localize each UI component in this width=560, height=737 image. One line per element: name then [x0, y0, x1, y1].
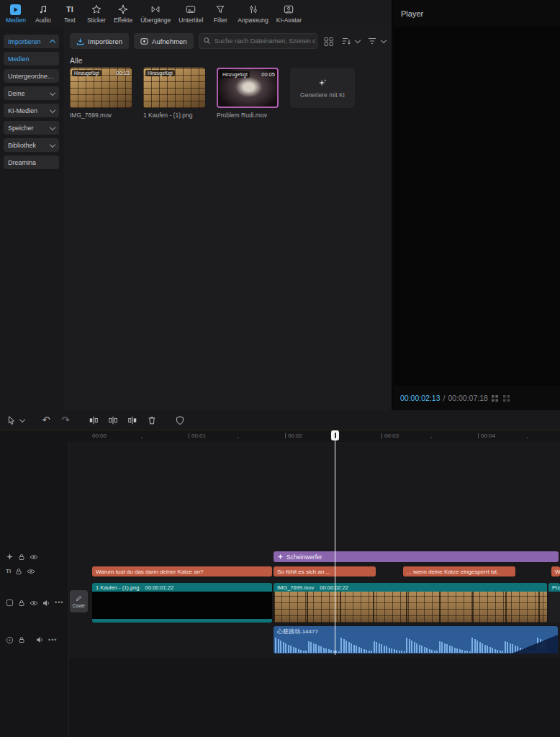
sidebar-item-speicher[interactable]: Speicher	[4, 121, 59, 135]
tab-untertitel[interactable]: Untertitel	[179, 4, 203, 24]
media-item[interactable]: Hinzugefügt 00:05 Problem Rudi.mov	[217, 68, 279, 119]
sidebar-item-bibliothek[interactable]: Bibliothek	[4, 138, 59, 152]
tab-medien[interactable]: Medien	[6, 4, 26, 24]
pencil-icon	[76, 595, 82, 602]
lock-icon[interactable]	[18, 553, 25, 561]
ruler-label: 00:03	[381, 433, 399, 439]
tab-label: Sticker	[87, 17, 106, 24]
sidebar-item-importieren[interactable]: Importieren	[4, 35, 59, 48]
video-clip-2[interactable]: IMG_7699.mov 00:00:02:22	[274, 583, 547, 623]
more-options-icon[interactable]: •••	[55, 600, 63, 606]
tab-label: Text	[64, 17, 76, 24]
text-clip-2[interactable]: So fühlt es sich an ...	[274, 566, 376, 577]
media-filename: IMG_7699.mov	[70, 112, 132, 119]
added-badge: Hinzugefügt	[145, 70, 175, 76]
tab-audio[interactable]: Audio	[34, 4, 53, 24]
media-item[interactable]: Hinzugefügt 00:13 IMG_7699.mov	[70, 68, 132, 119]
lock-icon[interactable]	[18, 636, 25, 643]
eye-icon[interactable]	[27, 568, 35, 575]
tab-label: Anpassung	[238, 17, 268, 24]
sidebar-item-dreamina[interactable]: Dreamina	[4, 155, 59, 169]
tab-sticker[interactable]: Sticker	[87, 4, 106, 24]
effect-track-header	[0, 551, 68, 562]
sidebar-item-deine[interactable]: Deine	[4, 86, 59, 100]
tab-ki-avatar[interactable]: KI-Avatar	[276, 4, 302, 24]
generate-with-ai-card[interactable]: Generiere mit KI	[290, 68, 355, 108]
split-delete-right-button[interactable]	[126, 414, 139, 427]
speaker-icon[interactable]	[36, 636, 44, 643]
video-clip-header: IMG_7699.mov 00:00:02:22	[274, 583, 547, 592]
duration-label: 00:13	[116, 70, 130, 76]
chevron-down-icon	[50, 107, 55, 112]
delete-button[interactable]	[145, 414, 158, 427]
eye-icon[interactable]	[30, 553, 38, 561]
generate-label: Generiere mit KI	[300, 91, 345, 99]
current-timecode: 00:00:02:13	[400, 394, 440, 402]
search-box	[199, 33, 317, 49]
effect-clip-scheinwerfer[interactable]: Scheinwerfer	[274, 551, 559, 562]
playhead[interactable]	[331, 430, 339, 655]
media-thumbnail[interactable]: Hinzugefügt 00:05	[217, 68, 279, 108]
redo-button[interactable]: ↷	[59, 414, 72, 427]
grid-view-icon-2[interactable]	[502, 394, 510, 402]
mask-shield-button[interactable]	[173, 414, 186, 427]
ruler-label: 00:01	[189, 433, 206, 439]
filter-control[interactable]	[367, 37, 386, 45]
eye-icon[interactable]	[30, 600, 38, 607]
import-button[interactable]: Importieren	[70, 33, 129, 49]
media-filename: Problem Rudi.mov	[217, 112, 279, 119]
text-track-icon: TI	[6, 568, 11, 574]
tab-uebergaenge[interactable]: Übergänge	[140, 4, 171, 24]
layout-grid-icon[interactable]	[324, 37, 334, 46]
text-track-header: TI	[0, 566, 68, 577]
more-options-icon[interactable]: •••	[48, 637, 57, 643]
effect-star-icon	[6, 553, 14, 561]
ruler-label: 00:04	[478, 433, 495, 439]
sidebar-item-untergeordnete[interactable]: Untergeordnete ...	[4, 69, 59, 83]
video-clip-3[interactable]: Pro	[548, 583, 560, 623]
sidebar-item-ki-medien[interactable]: KI-Medien	[4, 104, 59, 117]
chevron-down-icon	[50, 124, 55, 130]
sidebar-item-medien[interactable]: Medien	[4, 52, 59, 65]
tab-text[interactable]: TI Text	[60, 4, 79, 24]
tab-label: Medien	[6, 17, 26, 24]
record-icon	[140, 37, 148, 45]
clip-filename: 1 Kaufen - (1).png	[96, 584, 139, 591]
track-lane-background[interactable]	[68, 442, 560, 658]
media-thumbnail[interactable]: Hinzugefügt 00:13	[70, 68, 132, 108]
record-button[interactable]: Aufnehmen	[134, 33, 194, 49]
text-clip-3[interactable]: ... wenn deine Katze eingesperrt ist.	[403, 566, 515, 577]
text-clip-1[interactable]: Warum tust du das dann deiner Katze an?	[92, 566, 272, 577]
media-item[interactable]: Hinzugefügt 1 Kaufen - (1).png	[143, 68, 205, 119]
tab-effekte[interactable]: Effekte	[114, 4, 132, 24]
effect-clip-icon	[277, 553, 284, 560]
select-tool-button[interactable]	[6, 414, 24, 427]
media-browser: Importieren Medien Untergeordnete ... De…	[0, 27, 392, 410]
text-clip-4[interactable]: W	[551, 566, 560, 577]
media-thumbnail[interactable]: Hinzugefügt	[143, 68, 205, 108]
search-input[interactable]	[199, 37, 317, 45]
cover-button[interactable]: Cover	[70, 590, 88, 612]
lock-icon[interactable]	[15, 568, 22, 575]
sparkle-icon	[117, 4, 129, 15]
ruler-label: 00:00	[92, 433, 107, 439]
player-footer: 00:00:02:13 / 00:00:07:18	[394, 386, 560, 410]
grid-view-icon[interactable]	[491, 394, 499, 402]
split-delete-left-button[interactable]	[87, 414, 100, 427]
split-button[interactable]	[107, 414, 119, 427]
total-timecode: 00:00:07:18	[448, 394, 487, 402]
player-viewport[interactable]	[394, 27, 560, 386]
tab-label: Übergänge	[140, 17, 171, 24]
tab-filter[interactable]: Filter	[211, 4, 230, 24]
undo-button[interactable]: ↶	[40, 414, 53, 427]
lock-icon[interactable]	[18, 600, 25, 607]
timeline-ruler[interactable]: 00:00 00:01 00:02 00:03 00:04	[0, 430, 560, 442]
speaker-icon[interactable]	[42, 600, 50, 607]
video-clip-frames	[548, 592, 560, 623]
audio-clip[interactable]: 心脏跳动-14477	[274, 626, 558, 654]
sort-control[interactable]	[341, 37, 360, 45]
chevron-up-icon	[50, 40, 55, 45]
avatar-icon	[283, 4, 294, 15]
tab-anpassung[interactable]: Anpassung	[238, 4, 268, 24]
video-clip-1[interactable]: 1 Kaufen - (1).png 00:00:01:22	[92, 583, 272, 623]
